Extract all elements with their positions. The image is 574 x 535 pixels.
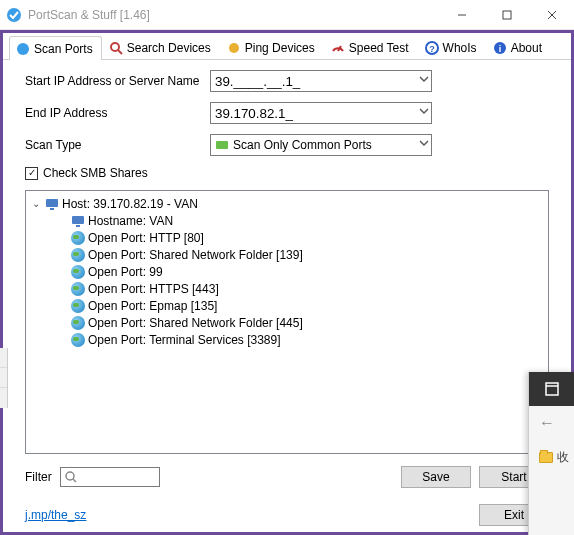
scan-type-value: Scan Only Common Ports	[233, 138, 372, 152]
minimize-button[interactable]	[439, 0, 484, 30]
tree-text: Open Port: HTTPS [443]	[88, 282, 219, 296]
check-icon: ✓	[28, 168, 36, 178]
globe-icon	[70, 247, 86, 263]
tab-content: Start IP Address or Server Name End IP A…	[3, 60, 571, 498]
start-ip-row: Start IP Address or Server Name	[25, 70, 549, 92]
footer: j.mp/the_sz Exit	[3, 498, 571, 532]
background-window-sliver	[0, 348, 8, 408]
scan-type-icon	[215, 138, 229, 152]
svg-point-0	[7, 8, 21, 22]
back-arrow-icon: ←	[539, 414, 555, 432]
tab-label: About	[511, 41, 542, 55]
tree-item[interactable]: Open Port: HTTPS [443]	[30, 280, 544, 297]
save-label: Save	[422, 470, 449, 484]
folder-icon	[539, 452, 553, 463]
app-icon	[6, 7, 22, 23]
smb-checkbox-row[interactable]: ✓ Check SMB Shares	[25, 166, 549, 180]
tree-text: Open Port: HTTP [80]	[88, 231, 204, 245]
chevron-down-icon[interactable]	[419, 74, 429, 84]
tab-scan-ports[interactable]: Scan Ports	[9, 36, 102, 60]
chevron-down-icon[interactable]	[419, 138, 429, 148]
window-icon	[545, 382, 559, 396]
save-button[interactable]: Save	[401, 466, 471, 488]
svg-rect-23	[546, 383, 558, 395]
filter-input[interactable]	[60, 467, 160, 487]
end-ip-label: End IP Address	[25, 106, 210, 120]
tree-text: Open Port: 99	[88, 265, 163, 279]
tab-label: Ping Devices	[245, 41, 315, 55]
globe-icon	[70, 281, 86, 297]
tab-speed-test[interactable]: Speed Test	[324, 35, 418, 59]
end-ip-row: End IP Address	[25, 102, 549, 124]
footer-link[interactable]: j.mp/the_sz	[25, 508, 86, 522]
svg-rect-17	[46, 199, 58, 207]
scan-type-row: Scan Type Scan Only Common Ports	[25, 134, 549, 156]
svg-line-8	[118, 50, 122, 54]
tab-strip: Scan Ports Search Devices Ping Devices S…	[3, 33, 571, 60]
client-area: Scan Ports Search Devices Ping Devices S…	[0, 30, 574, 535]
side-panel-tab[interactable]	[529, 372, 574, 406]
tree-item[interactable]: Open Port: HTTP [80]	[30, 229, 544, 246]
side-favorites-item[interactable]: 收	[529, 440, 574, 474]
tree-item[interactable]: Open Port: 99	[30, 263, 544, 280]
svg-line-22	[73, 479, 76, 482]
host-icon	[44, 196, 60, 212]
bottom-row: Filter Save Start	[25, 466, 549, 488]
titlebar: PortScan & Stuff [1.46]	[0, 0, 574, 30]
tab-search-devices[interactable]: Search Devices	[102, 35, 220, 59]
start-ip-input[interactable]	[210, 70, 432, 92]
collapse-icon[interactable]: ⌄	[30, 198, 42, 209]
smb-checkbox[interactable]: ✓	[25, 167, 38, 180]
svg-point-7	[111, 43, 119, 51]
tab-whois[interactable]: ? WhoIs	[418, 35, 486, 59]
globe-icon	[70, 298, 86, 314]
svg-rect-2	[503, 11, 511, 19]
tree-item[interactable]: Open Port: Terminal Services [3389]	[30, 331, 544, 348]
svg-line-11	[338, 46, 341, 51]
tab-ping-devices[interactable]: Ping Devices	[220, 35, 324, 59]
close-button[interactable]	[529, 0, 574, 30]
scan-ports-icon	[16, 42, 30, 56]
svg-point-10	[232, 46, 236, 50]
svg-rect-18	[50, 208, 54, 210]
start-ip-label: Start IP Address or Server Name	[25, 74, 210, 88]
scan-type-label: Scan Type	[25, 138, 210, 152]
maximize-button[interactable]	[484, 0, 529, 30]
search-devices-icon	[109, 41, 123, 55]
smb-label: Check SMB Shares	[43, 166, 148, 180]
side-panel: ← 收	[528, 372, 574, 535]
tree-item[interactable]: Open Port: Epmap [135]	[30, 297, 544, 314]
side-back-button[interactable]: ←	[529, 406, 574, 440]
scan-type-select[interactable]: Scan Only Common Ports	[210, 134, 432, 156]
tab-label: Search Devices	[127, 41, 211, 55]
inner-panel: Scan Ports Search Devices Ping Devices S…	[3, 33, 571, 532]
globe-icon	[70, 230, 86, 246]
svg-text:i: i	[498, 44, 501, 54]
svg-rect-19	[72, 216, 84, 224]
tree-text: Open Port: Terminal Services [3389]	[88, 333, 281, 347]
tree-host-text: Host: 39.170.82.19 - VAN	[62, 197, 198, 211]
tab-label: WhoIs	[443, 41, 477, 55]
speed-test-icon	[331, 41, 345, 55]
tree-item[interactable]: Open Port: Shared Network Folder [445]	[30, 314, 544, 331]
main-window: PortScan & Stuff [1.46] Scan Ports Searc…	[0, 0, 574, 535]
end-ip-input[interactable]	[210, 102, 432, 124]
chevron-down-icon[interactable]	[419, 106, 429, 116]
tree-item[interactable]: Open Port: Shared Network Folder [139]	[30, 246, 544, 263]
svg-point-21	[66, 472, 74, 480]
results-tree[interactable]: ⌄ Host: 39.170.82.19 - VAN Hostname: VAN…	[25, 190, 549, 454]
tree-host-row[interactable]: ⌄ Host: 39.170.82.19 - VAN	[30, 195, 544, 212]
tab-label: Scan Ports	[34, 42, 93, 56]
tab-about[interactable]: i About	[486, 35, 551, 59]
ping-devices-icon	[227, 41, 241, 55]
globe-icon	[70, 264, 86, 280]
tree-item[interactable]: Hostname: VAN	[30, 212, 544, 229]
svg-point-6	[21, 47, 25, 51]
exit-label: Exit	[504, 508, 524, 522]
svg-rect-16	[216, 141, 228, 149]
window-title: PortScan & Stuff [1.46]	[28, 8, 439, 22]
globe-icon	[70, 315, 86, 331]
tree-text: Open Port: Shared Network Folder [139]	[88, 248, 303, 262]
tree-text: Open Port: Epmap [135]	[88, 299, 217, 313]
svg-text:?: ?	[429, 44, 435, 54]
